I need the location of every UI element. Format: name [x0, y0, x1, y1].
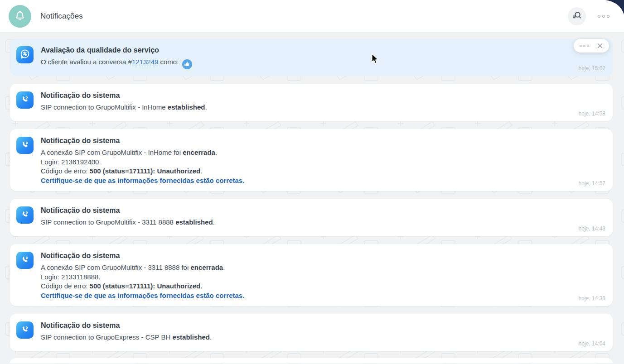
notification-hover-menu [574, 39, 609, 53]
notification-body: O cliente avaliou a conversa #1213249 co… [41, 57, 558, 69]
thumbs-up-icon [182, 59, 192, 69]
notification-close-button[interactable] [597, 43, 603, 49]
notification-icon [16, 206, 34, 224]
more-options-icon [587, 45, 589, 47]
phone-icon [19, 94, 30, 106]
text-segment: established [168, 103, 205, 111]
phone-icon [19, 139, 30, 152]
text-segment: O cliente avaliou a conversa # [41, 58, 132, 66]
more-options-button[interactable] [597, 12, 610, 20]
bell-icon [14, 10, 26, 23]
text-segment: established [172, 333, 210, 341]
notification-card[interactable]: Notificação do sistema A conexão SIP com… [10, 244, 613, 306]
phone-icon [19, 209, 30, 221]
notification-title: Avaliação da qualidade do serviço [41, 46, 558, 54]
text-segment: Código de erro: [41, 167, 90, 175]
header-actions [568, 7, 610, 25]
text-segment: Login: 2133118888. [41, 273, 101, 281]
search-notifications-button[interactable] [568, 7, 586, 25]
text-segment: SIP connection to GrupoMultifix - 3311 8… [41, 218, 175, 226]
notification-time: hoje, 14:57 [579, 180, 605, 187]
notification-body: SIP connection to GrupoExpress - CSP BH … [41, 333, 558, 342]
text-segment: . [213, 218, 215, 226]
notification-time: hoje, 15:02 [579, 65, 605, 72]
notification-text-line: Login: 2136192400. [41, 158, 558, 167]
notification-text-line: SIP connection to GrupoMultifix - 3311 8… [41, 218, 558, 227]
notification-time: hoje, 14:58 [579, 110, 605, 117]
notification-icon [16, 321, 34, 339]
notification-text-line: A conexão SIP com GrupoMultifix - 3311 8… [41, 263, 558, 273]
bell-avatar [9, 5, 31, 28]
partial-notification-card[interactable] [10, 358, 613, 364]
notification-time: hoje, 14:04 [579, 340, 605, 347]
text-segment: 500 (status=171111): Unauthorized [90, 167, 201, 175]
more-options-icon [583, 45, 585, 47]
text-segment: Código de erro: [41, 282, 90, 290]
notification-body: A conexão SIP com GrupoMultifix - 3311 8… [41, 263, 558, 300]
text-segment: A conexão SIP com GrupoMultifix - 3311 8… [41, 263, 190, 271]
notification-title: Notificação do sistema [41, 321, 558, 330]
notification-body: SIP connection to GrupoMultifix - InHome… [41, 103, 558, 112]
notification-title: Notificação do sistema [41, 206, 558, 215]
text-segment: Certifique-se de que as informações forn… [41, 292, 244, 299]
text-segment: established [175, 218, 213, 226]
notification-time: hoje, 14:43 [579, 225, 605, 232]
text-segment: . [210, 333, 212, 341]
text-segment: A conexão SIP com GrupoMultifix - InHome… [41, 148, 183, 156]
text-segment: . [200, 282, 202, 290]
notification-text-line: Login: 2133118888. [41, 273, 558, 282]
notification-text-line: SIP connection to GrupoExpress - CSP BH … [41, 333, 558, 342]
notification-icon [16, 46, 34, 63]
more-options-icon [602, 15, 605, 18]
notifications-panel: Avaliação da qualidade do serviço O clie… [0, 33, 624, 364]
phone-icon [19, 324, 30, 336]
notification-time: hoje, 14:38 [579, 295, 605, 302]
notification-body: A conexão SIP com GrupoMultifix - InHome… [41, 148, 558, 185]
text-segment: como: [158, 58, 180, 66]
text-segment: Certifique-se de que as informações forn… [41, 177, 244, 184]
text-segment: . [223, 263, 225, 271]
notification-icon [16, 137, 34, 154]
notification-card[interactable]: Notificação do sistema SIP connection to… [10, 199, 613, 236]
text-segment: encerrada [183, 148, 215, 156]
notification-text-line: Certifique-se de que as informações forn… [41, 176, 558, 186]
text-segment: Login: 2136192400. [41, 158, 101, 166]
more-options-icon [598, 15, 600, 18]
notification-title: Notificação do sistema [41, 252, 558, 260]
notification-body: SIP connection to GrupoMultifix - 3311 8… [41, 218, 558, 227]
text-segment: SIP connection to GrupoMultifix - InHome [41, 103, 168, 111]
conversation-link[interactable]: 1213249 [132, 58, 158, 66]
notifications-list: Avaliação da qualidade do serviço O clie… [0, 33, 624, 364]
notification-title: Notificação do sistema [41, 91, 558, 100]
notification-text-line: Código de erro: 500 (status=171111): Una… [41, 167, 558, 176]
notification-text-line: A conexão SIP com GrupoMultifix - InHome… [41, 148, 558, 158]
text-segment: encerrada [190, 263, 223, 271]
more-options-icon [580, 45, 582, 47]
chat-rating-icon [19, 48, 31, 62]
text-segment: . [215, 148, 217, 156]
notification-text-line: O cliente avaliou a conversa #1213249 co… [41, 57, 558, 69]
search-list-icon [572, 10, 582, 22]
text-segment: SIP connection to GrupoExpress - CSP BH [41, 333, 172, 341]
page-title: Notificações [40, 12, 83, 21]
more-options-icon [607, 15, 609, 18]
notification-icon [16, 252, 34, 269]
notification-card[interactable]: Notificação do sistema SIP connection to… [10, 84, 613, 121]
notification-card[interactable]: Avaliação da qualidade do serviço O clie… [10, 38, 613, 76]
text-segment: . [205, 103, 207, 111]
notification-card[interactable]: Notificação do sistema SIP connection to… [10, 314, 613, 351]
notification-more-button[interactable] [580, 43, 589, 49]
notification-title: Notificação do sistema [41, 137, 558, 145]
phone-icon [19, 254, 30, 267]
notifications-header: Notificações [0, 0, 624, 33]
notification-text-line: Código de erro: 500 (status=171111): Una… [41, 282, 558, 291]
notification-text-line: Certifique-se de que as informações forn… [41, 291, 558, 301]
text-segment: 500 (status=171111): Unauthorized [90, 282, 201, 290]
notification-card[interactable]: Notificação do sistema A conexão SIP com… [10, 129, 613, 191]
notification-text-line: SIP connection to GrupoMultifix - InHome… [41, 103, 558, 112]
text-segment: . [200, 167, 202, 175]
close-icon [597, 43, 603, 49]
notification-icon [16, 91, 34, 109]
